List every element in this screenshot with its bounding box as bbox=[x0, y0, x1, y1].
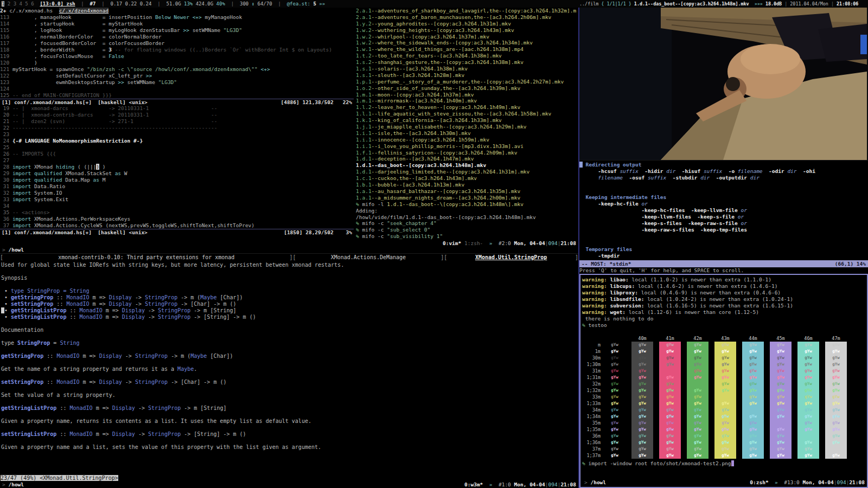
text-seg: » bbox=[483, 481, 499, 487]
doc-link[interactable]: StringProp bbox=[145, 301, 177, 307]
focused-terminal-window[interactable]: warning: libao: local (1.1.0-2) is newer… bbox=[579, 274, 868, 488]
desktop: 1 2 3 4 5 6 [13:0.0] zsh | #7 | 0.17 0.2… bbox=[0, 0, 868, 488]
vim-pane[interactable]: 2+ c/.x/xmonad.hs c/.x/dzen4xmonad 113 ,… bbox=[0, 8, 354, 240]
doc-link[interactable]: MonadIO bbox=[69, 431, 92, 437]
doc-link[interactable]: setStringProp bbox=[1, 379, 43, 385]
vim-buffer-config: 113 , manageHook = insertPosition Below … bbox=[0, 14, 354, 99]
chart-cell: gYw bbox=[797, 368, 819, 374]
text-seg: libproxy: bbox=[610, 290, 637, 296]
doc-link[interactable]: getStringProp bbox=[1, 353, 43, 359]
doc-link[interactable]: getStringProp bbox=[11, 294, 53, 300]
movie-list-pane[interactable]: 2.a.1--adventures_of_sharkboy_and_lavagi… bbox=[354, 8, 578, 240]
movie-list-item: 1.t.2--too_late_for_tears--[ac3.h264.1h3… bbox=[356, 53, 578, 59]
text-seg: -- <actions> bbox=[12, 209, 50, 215]
text-seg: Data.Ratio bbox=[34, 183, 65, 189]
w3m-tab-contrib[interactable]: xmonad-contrib-0.10: Third party extensi… bbox=[3, 254, 290, 261]
doc-link[interactable]: MonadIO bbox=[80, 314, 103, 320]
chart-cell: gYw bbox=[742, 452, 764, 459]
chart-cell: gYw bbox=[825, 374, 847, 381]
text-seg: libao: bbox=[610, 277, 628, 282]
shell-prompt[interactable]: > /howl bbox=[2, 247, 24, 253]
doc-link[interactable]: StringProp bbox=[135, 379, 168, 385]
text-seg: Given a property name and a list, sets t… bbox=[1, 444, 321, 450]
text-seg: filename bbox=[598, 175, 623, 181]
text-seg: Adding: bbox=[356, 208, 378, 214]
text-seg: import bbox=[12, 222, 34, 228]
text-seg: -> bbox=[132, 301, 145, 307]
doc-link[interactable]: Display bbox=[109, 294, 132, 300]
text-seg: -- IMPORTS {{{ bbox=[12, 151, 56, 157]
doc-link[interactable]: getStringListProp bbox=[1, 405, 56, 411]
tmux-statusbar-1[interactable]: 0:vim* 1:zsh- » #2:0 Mon, 04-04|094|21:0… bbox=[0, 240, 578, 247]
chart-cell: gYw bbox=[604, 407, 626, 413]
doc-link[interactable]: StringProp bbox=[158, 314, 190, 320]
terminal-vim-window[interactable]: 2+ c/.x/xmonad.hs c/.x/dzen4xmonad 113 ,… bbox=[0, 8, 578, 253]
vim-tabline[interactable]: 2+ c/.x/xmonad.hs c/.x/dzen4xmonad bbox=[0, 8, 354, 14]
doc-link[interactable]: StringProp bbox=[135, 353, 168, 359]
doc-link[interactable]: Display bbox=[122, 314, 145, 320]
text-seg: or bbox=[738, 220, 747, 226]
w3m-tab-demanage[interactable]: XMonad.Actions.DeManage bbox=[296, 254, 441, 261]
code-line: 27 bbox=[0, 157, 354, 164]
w3m-doc-window[interactable]: [ xmonad-contrib-0.10: Third party exten… bbox=[0, 253, 578, 488]
shell-prompt-row-2[interactable]: > /howl 0:w3m* » #1:0 Mon, 04-04|094|21:… bbox=[0, 481, 578, 488]
doc-link[interactable]: Display bbox=[99, 353, 122, 359]
chart-col-label: 46m bbox=[797, 335, 819, 342]
doc-link[interactable]: MonadIO bbox=[56, 353, 79, 359]
doc-link[interactable]: MonadIO bbox=[69, 405, 92, 411]
text-seg: import bbox=[12, 164, 34, 170]
doc-link[interactable]: Display bbox=[122, 307, 145, 313]
chart-cell: gYw bbox=[714, 433, 736, 439]
doc-link[interactable]: MonadIO bbox=[56, 379, 79, 385]
shell-prompt-row-3[interactable]: > /howl 0:zsh* » #13:0 Mon, 04-04|094|21… bbox=[582, 479, 867, 486]
doc-link[interactable]: Maybe bbox=[190, 353, 207, 359]
ghc-help-window[interactable]: Redirecting output -hcsuf suffix -hidir … bbox=[579, 160, 868, 274]
doc-link[interactable]: getStringListProp bbox=[11, 307, 66, 313]
text-seg: XMonad.StackSet bbox=[65, 170, 115, 176]
w3m-tab-stringprop[interactable]: XMonad.Util.StringProp bbox=[447, 254, 575, 261]
import-command-line[interactable]: % import -window root foto/shot/xmonad-t… bbox=[582, 460, 867, 467]
text-seg: • bbox=[4, 307, 11, 313]
doc-link[interactable]: StringProp bbox=[148, 431, 181, 437]
text-seg: 23 bbox=[0, 131, 12, 137]
chart-cell: gYw bbox=[797, 400, 819, 407]
text-seg: 2.a.1 bbox=[356, 8, 372, 14]
doc-link[interactable]: StringProp bbox=[17, 340, 50, 346]
doc-link[interactable]: StringProp bbox=[148, 405, 181, 411]
doc-link[interactable]: StringProp bbox=[145, 294, 177, 300]
shell-prompt[interactable]: > /howl bbox=[584, 479, 606, 486]
doc-link[interactable]: MonadIO bbox=[80, 307, 103, 313]
doc-link[interactable]: StringProp bbox=[158, 307, 190, 313]
text-seg bbox=[579, 227, 641, 233]
doc-link[interactable]: Display bbox=[99, 379, 122, 385]
tmux-statusbar-3[interactable]: 0:zsh* » #13:0 Mon, 04-04|094|21:08 bbox=[750, 479, 865, 486]
text-seg: --adventures_of_sharkboy_and_lavagirl,th… bbox=[372, 8, 577, 14]
doc-line: • setStringProp :: MonadIO m => Display … bbox=[1, 301, 578, 307]
doc-link[interactable]: Maybe bbox=[177, 366, 194, 372]
doc-link[interactable]: Maybe bbox=[200, 294, 216, 300]
chart-cell: gYw bbox=[631, 413, 653, 420]
doc-link[interactable]: setStringListProp bbox=[11, 314, 66, 320]
text-seg: 1.d.1--das_boot--\[copy:ac3.h264.1h48m\]… bbox=[387, 201, 524, 207]
text-seg: myStartHook = spawnOnce bbox=[12, 66, 87, 72]
doc-link[interactable]: setStringProp bbox=[11, 301, 53, 307]
text-seg: --a_midsummer_nights_dream--[ac3.h264.2h… bbox=[372, 195, 521, 201]
doc-link[interactable]: type StringProp = String bbox=[11, 288, 90, 294]
tmux-statusbar-2[interactable]: 0:w3m* » #1:0 Mon, 04-04|094|21:08 bbox=[464, 481, 576, 488]
doc-link[interactable]: Display bbox=[112, 431, 135, 437]
doc-link[interactable]: String bbox=[60, 340, 79, 346]
chart-cell: gYw bbox=[687, 381, 709, 387]
text-seg: { 1/1|1/1 } bbox=[601, 1, 634, 7]
chart-header-row: 40m41m42m43m44m45m46m47m bbox=[585, 335, 867, 342]
doc-link[interactable]: MonadIO bbox=[66, 294, 89, 300]
text-seg: 21:08 bbox=[849, 479, 865, 485]
doc-link[interactable]: setStringListProp bbox=[1, 431, 56, 437]
shell-prompt[interactable]: > /howl bbox=[2, 481, 24, 488]
shell-prompt-row-1[interactable]: > /howl bbox=[0, 247, 578, 253]
mplayer-window[interactable] bbox=[579, 8, 868, 160]
doc-link[interactable]: Display bbox=[109, 301, 132, 307]
chart-row-label: 1;37m bbox=[585, 452, 604, 459]
doc-link[interactable]: Display bbox=[112, 405, 135, 411]
chart-row: 30mgYwgYwgYwgYwgYwgYwgYwgYwgYw bbox=[585, 355, 867, 361]
doc-link[interactable]: MonadIO bbox=[66, 301, 89, 307]
